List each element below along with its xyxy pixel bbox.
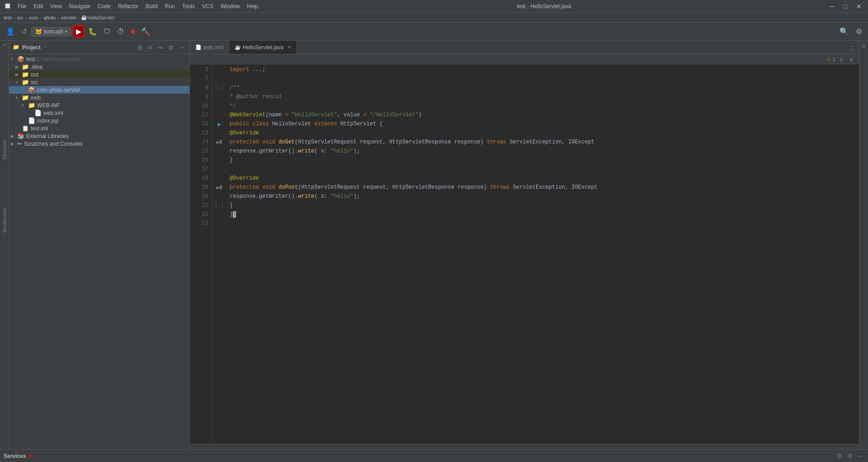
tree-item-scratches[interactable]: ▶ ✏ Scratches and Consoles: [9, 140, 189, 148]
run-gutter-14[interactable]: ▶: [217, 139, 220, 145]
services-close-btn[interactable]: ─: [857, 452, 864, 460]
hide-panel-button[interactable]: ─: [178, 43, 186, 52]
menu-edit[interactable]: Edit: [31, 2, 46, 10]
breadcrumb-src[interactable]: src: [17, 15, 24, 20]
annotation-override-18: @Override: [230, 175, 259, 181]
project-dropdown-icon[interactable]: ▾: [43, 44, 47, 50]
menu-navigate[interactable]: Navigate: [66, 2, 93, 10]
run-gutter-19[interactable]: ▶: [217, 185, 220, 191]
menu-view[interactable]: View: [47, 2, 65, 10]
warning-collapse-btn[interactable]: ∧: [837, 55, 845, 64]
at-icon-19[interactable]: @: [219, 185, 222, 190]
maximize-button[interactable]: □: [841, 2, 850, 11]
services-tools: ⚙ ⚙ ─: [835, 452, 864, 460]
search-everywhere-button[interactable]: 🔍: [837, 26, 851, 37]
code-line-12: public class HelloServlet extends HttpSe…: [226, 119, 859, 129]
breadcrumb: test › src › com › qfedu › servlet › ☕ H…: [0, 13, 868, 23]
at-icon-14[interactable]: @: [219, 140, 222, 145]
code-line-23: [226, 219, 859, 228]
tab-close-button[interactable]: ✕: [287, 44, 291, 50]
breadcrumb-qfedu[interactable]: qfedu: [43, 15, 56, 20]
tree-item-src[interactable]: ▾ 📁 src: [9, 78, 189, 86]
profile-button[interactable]: 👤: [4, 26, 17, 37]
menu-window[interactable]: Window: [218, 2, 243, 10]
breadcrumb-servlet[interactable]: servlet: [61, 15, 75, 20]
stop-button[interactable]: ■: [128, 26, 137, 37]
tree-item-web[interactable]: ▾ 📁 web: [9, 94, 189, 101]
gutter-9: [212, 92, 226, 101]
project-folder-icon: 📁: [13, 44, 19, 51]
gutter-10: [212, 101, 226, 110]
kw-import: import: [230, 67, 249, 73]
tree-item-extlibs[interactable]: ▶ 📚 External Libraries: [9, 132, 189, 140]
editor-horizontal-scrollbar[interactable]: [190, 444, 859, 449]
expand-all-button[interactable]: ⊞: [136, 43, 145, 52]
settings-tree-button[interactable]: ⚙: [166, 43, 176, 52]
profiler-button[interactable]: ⏱: [115, 26, 127, 37]
menu-build[interactable]: Build: [143, 2, 160, 10]
build-button[interactable]: 🔨: [139, 26, 152, 37]
services-settings-btn[interactable]: ⚙: [835, 452, 844, 460]
tree-item-out[interactable]: ▶ 📁 out: [9, 71, 189, 78]
code-content[interactable]: import ...; /** * @author renrui */ @Web…: [226, 64, 859, 444]
debug-button[interactable]: 🐛: [86, 26, 99, 37]
line-numbers: 3 7 8 9 10 11 12 13 14 15 16 17 18 19 20…: [190, 64, 212, 444]
tab-webxml[interactable]: 📄 web.xml: [190, 41, 229, 54]
tree-label-indexjsp: index.jsp: [37, 118, 58, 124]
fold-icon-21[interactable]: [-]: [215, 203, 224, 208]
line-num-20: 20: [193, 192, 208, 201]
code-line-16: }: [226, 156, 859, 165]
code-line-19: protected void doPost(HttpServletRequest…: [226, 183, 859, 192]
menu-tools[interactable]: Tools: [179, 2, 198, 10]
sync-button[interactable]: ↺: [19, 26, 29, 37]
run-gutter-12[interactable]: ▶: [218, 121, 221, 127]
tab-options-button[interactable]: ⋮: [844, 45, 859, 54]
minimize-button[interactable]: ─: [827, 2, 837, 11]
tree-item-test[interactable]: ▾ 📦 test D:\IdeaProjects\test: [9, 55, 189, 63]
code-line-11: @WebServlet(name = "HelloServlet", value…: [226, 110, 859, 119]
menu-run[interactable]: Run: [162, 2, 178, 10]
structure-icon[interactable]: Structure: [1, 138, 8, 161]
tree-item-testiml[interactable]: 📋 test.iml: [9, 124, 189, 132]
arrow-web: ▾: [15, 95, 22, 100]
gutter-21: [-]: [212, 201, 226, 210]
toolbar: 👤 ↺ 🐱 tomcat8 ▾ ▶ 🐛 🛡 ⏱ ■ 🔨 🔍 ⚙: [0, 23, 868, 41]
comment-author: * @author renrui: [230, 94, 282, 100]
menu-file[interactable]: File: [15, 2, 29, 10]
menu-help[interactable]: Help: [244, 2, 261, 10]
right-sidebar-icons: D: [859, 41, 868, 449]
arrow-extlibs: ▶: [11, 133, 17, 138]
warning-expand-btn[interactable]: ∨: [847, 55, 855, 64]
menu-refactor[interactable]: Refactor: [115, 2, 141, 10]
autoscroll-button[interactable]: ⇝: [156, 43, 165, 52]
collapse-all-button[interactable]: ≡: [146, 43, 154, 52]
code-line-3: import ...;: [226, 65, 859, 74]
bookmarks-icon[interactable]: Bookmarks: [1, 207, 8, 233]
breadcrumb-current[interactable]: HelloServlet: [87, 15, 114, 20]
tree-item-webxml[interactable]: 📄 web.xml: [9, 109, 189, 117]
tree-item-webinf[interactable]: ▾ 📁 WEB-INF: [9, 101, 189, 109]
close-button[interactable]: ✕: [854, 2, 864, 11]
tree-item-indexjsp[interactable]: 📄 index.jsp: [9, 117, 189, 124]
src-folder-icon: 📁: [22, 79, 29, 86]
fold-icon-8[interactable]: [-]: [215, 85, 224, 90]
run-with-coverage-button[interactable]: 🛡: [101, 26, 113, 37]
settings-button[interactable]: ⚙: [854, 26, 864, 37]
run-config-selector[interactable]: 🐱 tomcat8 ▾: [31, 27, 71, 36]
breadcrumb-com[interactable]: com: [29, 15, 38, 20]
menu-vcs[interactable]: VCS: [199, 2, 216, 10]
tab-helloservlet[interactable]: ☕ HelloServlet.java ✕: [229, 41, 297, 54]
right-sidebar-icon[interactable]: D: [861, 43, 867, 51]
editor-gutter: [-] ▶ ▶ @ ▶ @: [212, 64, 226, 444]
bottom-panel: Services ↖ ⚙ ⚙ ─ ▶ ⬇ ⬆ ⊞ ⚗ 📌 + ■ ▾ 🐱 Tom…: [0, 449, 868, 462]
menu-code[interactable]: Code: [95, 2, 113, 10]
run-button[interactable]: ▶: [73, 25, 84, 38]
breadcrumb-test[interactable]: test: [4, 15, 12, 20]
project-icon[interactable]: 1: [1, 43, 8, 47]
left-sidebar-icons: 1 Structure Bookmarks: [0, 41, 9, 449]
line-num-9: 9: [193, 92, 208, 101]
library-icon: 📚: [17, 133, 24, 139]
tree-item-idea[interactable]: ▶ 📁 .idea: [9, 63, 189, 71]
services-gear-btn[interactable]: ⚙: [846, 452, 855, 460]
tree-item-package[interactable]: 📦 com.qfedu.servlet: [9, 86, 189, 94]
